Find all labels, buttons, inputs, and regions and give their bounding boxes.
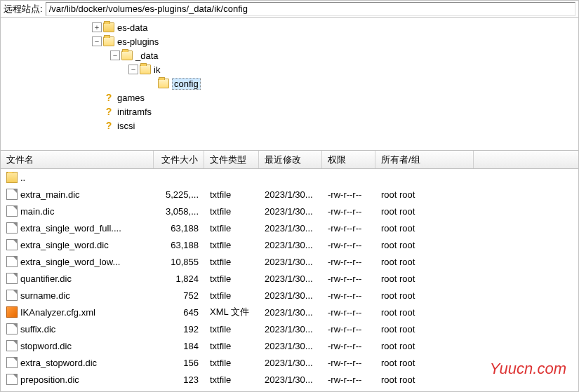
file-row[interactable]: surname.dic752txtfile2023/1/30...-rw-r--… bbox=[1, 287, 578, 304]
file-date: 2023/1/30... bbox=[259, 307, 322, 318]
tree-item[interactable]: −es-plugins bbox=[71, 34, 578, 48]
file-owner: root root bbox=[375, 257, 474, 267]
file-type: txtfile bbox=[204, 374, 259, 385]
col-header-size[interactable]: 文件大小 bbox=[154, 151, 204, 168]
file-owner: root root bbox=[375, 324, 474, 334]
file-name: extra_single_word_low... bbox=[20, 257, 120, 267]
tree-item[interactable]: config bbox=[71, 76, 578, 90]
tree-item[interactable]: ?initramfs bbox=[71, 104, 578, 119]
file-row[interactable]: extra_main.dic5,225,...txtfile2023/1/30.… bbox=[1, 186, 578, 203]
file-name: extra_single_word_full.... bbox=[20, 223, 121, 234]
file-date: 2023/1/30... bbox=[259, 324, 322, 334]
file-perm: -rw-r--r-- bbox=[322, 223, 375, 234]
file-date: 2023/1/30... bbox=[259, 257, 322, 267]
file-row[interactable]: .. bbox=[1, 169, 578, 186]
file-owner: root root bbox=[375, 223, 474, 234]
file-type: txtfile bbox=[204, 206, 259, 217]
text-file-icon bbox=[6, 323, 18, 334]
file-row[interactable]: quantifier.dic1,824txtfile2023/1/30...-r… bbox=[1, 270, 578, 287]
file-date: 2023/1/30... bbox=[259, 273, 322, 284]
text-file-icon bbox=[6, 374, 18, 385]
tree-item[interactable]: ?iscsi bbox=[71, 119, 578, 133]
file-owner: root root bbox=[375, 273, 474, 284]
tree-item-label: ik bbox=[154, 65, 160, 75]
file-perm: -rw-r--r-- bbox=[322, 240, 375, 250]
file-type: XML 文件 bbox=[204, 306, 259, 318]
file-row[interactable]: extra_single_word_full....63,188txtfile2… bbox=[1, 219, 578, 236]
tree-expander-icon[interactable]: + bbox=[92, 22, 102, 32]
text-file-icon bbox=[6, 357, 18, 368]
tree-expander-icon[interactable]: − bbox=[128, 65, 138, 74]
text-file-icon bbox=[6, 273, 18, 284]
file-size: 1,824 bbox=[154, 273, 204, 284]
file-owner: root root bbox=[375, 290, 474, 301]
file-row[interactable]: extra_single_word_low...10,855txtfile202… bbox=[1, 253, 578, 270]
file-type: txtfile bbox=[204, 189, 259, 200]
unknown-icon: ? bbox=[103, 120, 114, 131]
file-owner: root root bbox=[375, 189, 474, 200]
file-size: 192 bbox=[154, 324, 204, 334]
file-size: 156 bbox=[154, 358, 204, 368]
col-header-name[interactable]: 文件名 bbox=[1, 151, 154, 168]
tree-expander-icon[interactable] bbox=[92, 107, 102, 116]
tree-item[interactable]: −_data bbox=[71, 48, 578, 62]
tree-item[interactable]: +es-data bbox=[71, 20, 578, 34]
file-row[interactable]: stopword.dic184txtfile2023/1/30...-rw-r-… bbox=[1, 337, 578, 354]
tree-expander-icon[interactable] bbox=[147, 79, 157, 88]
file-size: 63,188 bbox=[154, 240, 204, 250]
col-header-owner[interactable]: 所有者/组 bbox=[375, 151, 474, 168]
remote-path-label: 远程站点: bbox=[1, 1, 46, 17]
file-type: txtfile bbox=[204, 240, 259, 250]
folder-icon bbox=[158, 79, 169, 88]
tree-item[interactable]: −ik bbox=[71, 62, 578, 76]
file-date: 2023/1/30... bbox=[259, 290, 322, 301]
file-perm: -rw-r--r-- bbox=[322, 307, 375, 318]
tree-item-label: games bbox=[117, 93, 145, 103]
text-file-icon bbox=[6, 290, 18, 301]
file-row[interactable]: main.dic3,058,...txtfile2023/1/30...-rw-… bbox=[1, 203, 578, 219]
file-type: txtfile bbox=[204, 257, 259, 267]
file-row[interactable]: suffix.dic192txtfile2023/1/30...-rw-r--r… bbox=[1, 320, 578, 337]
col-header-type[interactable]: 文件类型 bbox=[204, 151, 259, 168]
file-type: txtfile bbox=[204, 290, 259, 301]
file-date: 2023/1/30... bbox=[259, 358, 322, 368]
file-name: extra_main.dic bbox=[20, 189, 80, 200]
remote-path-input[interactable] bbox=[46, 2, 575, 16]
text-file-icon bbox=[6, 222, 18, 234]
file-size: 3,058,... bbox=[154, 206, 204, 217]
file-row[interactable]: preposition.dic123txtfile2023/1/30...-rw… bbox=[1, 371, 578, 388]
xml-file-icon bbox=[6, 306, 18, 318]
file-owner: root root bbox=[375, 240, 474, 250]
tree-item[interactable]: ?games bbox=[71, 90, 578, 104]
file-size: 63,188 bbox=[154, 223, 204, 234]
tree-expander-icon[interactable] bbox=[92, 121, 102, 130]
file-name: IKAnalyzer.cfg.xml bbox=[20, 307, 95, 318]
file-size: 123 bbox=[154, 374, 204, 385]
file-date: 2023/1/30... bbox=[259, 189, 322, 200]
tree-expander-icon[interactable] bbox=[92, 93, 102, 102]
file-name: quantifier.dic bbox=[20, 273, 72, 284]
file-type: txtfile bbox=[204, 358, 259, 368]
file-perm: -rw-r--r-- bbox=[322, 273, 375, 284]
file-date: 2023/1/30... bbox=[259, 206, 322, 217]
tree-expander-icon[interactable]: − bbox=[110, 50, 120, 60]
file-row[interactable]: extra_single_word.dic63,188txtfile2023/1… bbox=[1, 236, 578, 253]
folder-icon bbox=[140, 65, 151, 74]
file-name: suffix.dic bbox=[20, 324, 55, 334]
file-row[interactable]: extra_stopword.dic156txtfile2023/1/30...… bbox=[1, 354, 578, 371]
file-date: 2023/1/30... bbox=[259, 374, 322, 385]
directory-tree[interactable]: +es-data−es-plugins−_data−ik config ?gam… bbox=[1, 18, 578, 151]
file-size: 5,225,... bbox=[154, 189, 204, 200]
file-owner: root root bbox=[375, 206, 474, 217]
col-header-date[interactable]: 最近修改 bbox=[259, 151, 322, 168]
file-perm: -rw-r--r-- bbox=[322, 341, 375, 351]
col-header-perm[interactable]: 权限 bbox=[322, 151, 375, 168]
file-type: txtfile bbox=[204, 273, 259, 284]
file-name: stopword.dic bbox=[20, 341, 72, 351]
file-date: 2023/1/30... bbox=[259, 223, 322, 234]
tree-expander-icon[interactable]: − bbox=[92, 36, 102, 46]
file-row[interactable]: IKAnalyzer.cfg.xml645XML 文件2023/1/30...-… bbox=[1, 304, 578, 320]
folder-icon bbox=[121, 50, 133, 60]
file-name: preposition.dic bbox=[20, 374, 79, 385]
text-file-icon bbox=[6, 205, 18, 217]
